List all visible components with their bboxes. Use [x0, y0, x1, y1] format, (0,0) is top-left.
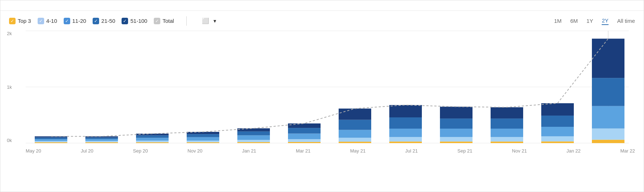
bar-segment [389, 137, 422, 141]
time-filters: 1M6M1Y2YAll time [554, 17, 635, 25]
bar-segment [136, 135, 169, 138]
legend-item-total[interactable]: ✓Total [154, 18, 174, 24]
bar-segment [288, 134, 321, 139]
bar-segment [237, 142, 270, 143]
toolbar: ✓Top 3✓4-10✓11-20✓21-50✓51-100✓Total ⬜ ▾… [0, 11, 644, 29]
x-label: May 21 [350, 148, 366, 154]
bar-segment [187, 134, 219, 137]
checkbox-total[interactable]: ✓ [154, 18, 160, 24]
time-filter-1m[interactable]: 1M [554, 17, 562, 25]
checkbox-51-100[interactable]: ✓ [122, 18, 128, 24]
bar-segment [440, 137, 473, 141]
bar-segment [491, 107, 523, 118]
bar-segment [85, 138, 118, 139]
legend-item-top3[interactable]: ✓Top 3 [9, 18, 31, 24]
x-label: Mar 21 [296, 148, 310, 154]
bar-segment [389, 129, 422, 137]
bar-segment [592, 129, 624, 140]
bar-segment [85, 142, 118, 143]
checkbox-4-10[interactable]: ✓ [38, 18, 44, 24]
legend-item-4-10[interactable]: ✓4-10 [38, 18, 57, 24]
header [0, 0, 644, 11]
bar-segment [389, 142, 422, 143]
divider [186, 16, 187, 26]
bar-segment [85, 136, 118, 137]
bar-segment [339, 130, 371, 138]
checkbox-top3[interactable]: ✓ [9, 18, 16, 24]
bar-segment [440, 129, 473, 137]
bar-segment [35, 138, 67, 139]
bar-segment [592, 39, 624, 78]
bar-segment [491, 118, 523, 129]
bar-segment [491, 142, 523, 143]
bar-segment [440, 118, 473, 129]
bar-segment [85, 141, 118, 142]
bar-segment [35, 142, 67, 143]
time-filter-1y[interactable]: 1Y [586, 17, 593, 25]
bar-segment [339, 109, 371, 120]
bar-segment [592, 78, 624, 106]
legend-label-21-50: 21-50 [101, 18, 115, 24]
x-label: Jan 21 [242, 148, 256, 154]
x-label: Mar 22 [620, 148, 635, 154]
notes-button[interactable]: ⬜ ▾ [199, 16, 219, 26]
bar-segment [85, 139, 118, 141]
x-label: Jul 20 [81, 148, 93, 154]
bar-segment [136, 138, 169, 141]
bar-segment [592, 106, 624, 129]
legend: ✓Top 3✓4-10✓11-20✓21-50✓51-100✓Total ⬜ ▾ [9, 16, 554, 26]
bar-segment [35, 139, 67, 141]
notes-icon: ⬜ [202, 17, 209, 24]
bar-segment [339, 138, 371, 142]
time-filter-6m[interactable]: 6M [570, 17, 578, 25]
legend-label-top3: Top 3 [18, 18, 31, 24]
checkbox-11-20[interactable]: ✓ [64, 18, 70, 24]
bar-segment [541, 103, 574, 116]
bar-segment [288, 124, 321, 128]
bar-segment [288, 128, 321, 134]
y-label-1k: 1k [7, 84, 12, 90]
bar-segment [339, 120, 371, 130]
bar-segment [541, 136, 574, 141]
legend-label-4-10: 4-10 [46, 18, 57, 24]
x-label: Jan 22 [567, 148, 581, 154]
x-label: Sep 20 [133, 148, 148, 154]
legend-label-11-20: 11-20 [72, 18, 86, 24]
bar-segment [440, 142, 473, 143]
bar-segment [389, 117, 422, 129]
bar-segment [288, 139, 321, 142]
time-filter-all-time[interactable]: All time [617, 17, 635, 25]
legend-item-51-100[interactable]: ✓51-100 [122, 18, 147, 24]
bar-segment [288, 142, 321, 143]
x-label: Jul 21 [405, 148, 418, 154]
bar-segment [592, 140, 624, 143]
bar-segment [187, 142, 219, 143]
checkbox-21-50[interactable]: ✓ [93, 18, 99, 24]
bar-segment [389, 105, 422, 117]
bar-segment [136, 141, 169, 142]
x-axis: May 20Jul 20Sep 20Nov 20Jan 21Mar 21May … [26, 147, 635, 154]
bar-segment [440, 107, 473, 119]
x-label: May 20 [26, 148, 41, 154]
legend-label-total: Total [162, 18, 174, 24]
x-label: Nov 21 [512, 148, 527, 154]
bar-segment [237, 132, 270, 135]
y-label-2k: 2k [7, 31, 12, 36]
bar-segment [491, 137, 523, 141]
main-container: ✓Top 3✓4-10✓11-20✓21-50✓51-100✓Total ⬜ ▾… [0, 0, 644, 192]
time-filter-2y[interactable]: 2Y [602, 17, 608, 25]
bar-segment [237, 135, 270, 140]
x-label: Nov 20 [187, 148, 202, 154]
legend-item-21-50[interactable]: ✓21-50 [93, 18, 115, 24]
legend-label-51-100: 51-100 [130, 18, 147, 24]
bar-segment [339, 142, 371, 143]
x-label: Sep 21 [457, 148, 472, 154]
bar-segment [136, 142, 169, 143]
bar-segment [187, 141, 219, 142]
bar-segment [541, 127, 574, 136]
bar-segment [237, 140, 270, 142]
chart-svg [26, 31, 635, 147]
legend-item-11-20[interactable]: ✓11-20 [64, 18, 86, 24]
chevron-down-icon: ▾ [213, 18, 216, 24]
bar-segment [541, 116, 574, 127]
